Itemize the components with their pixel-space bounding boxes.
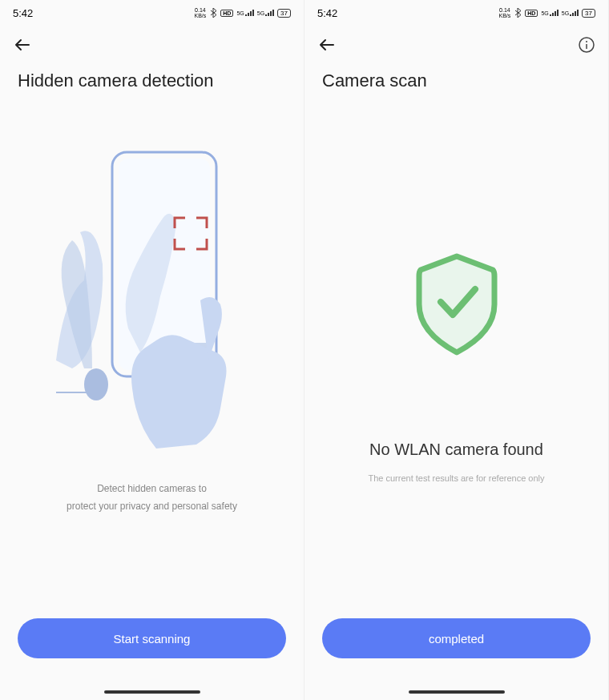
status-time: 5:42 — [13, 7, 33, 19]
status-indicators: 0.14 KB/s HD 5G 5G 37 — [194, 7, 291, 18]
page-title: Hidden camera detection — [0, 64, 304, 104]
content-area: No WLAN camera found The current test re… — [304, 104, 608, 483]
status-indicators: 0.14 KB/s HD 5G 5G 37 — [498, 7, 595, 18]
data-rate-icon: 0.14 KB/s — [498, 7, 510, 18]
home-indicator[interactable] — [409, 690, 505, 694]
phone-scan-illustration: 02:36 — [16, 136, 288, 449]
result-title: No WLAN camera found — [369, 441, 543, 459]
nav-bar — [304, 26, 608, 64]
shield-check-icon — [321, 200, 592, 408]
description-text: Detect hidden cameras to protect your pr… — [67, 481, 237, 515]
completed-button[interactable]: completed — [322, 618, 591, 658]
status-time: 5:42 — [317, 7, 337, 19]
info-icon[interactable] — [578, 36, 595, 54]
screen-hidden-camera-detection: 5:42 0.14 KB/s HD 5G 5G 37 H — [0, 0, 304, 700]
signal-5g-1-icon: 5G — [541, 9, 558, 17]
svg-point-0 — [84, 368, 108, 400]
desc-line-2: protect your privacy and personal safety — [67, 498, 237, 516]
signal-5g-2-icon: 5G — [562, 9, 579, 17]
bluetooth-icon — [209, 8, 217, 18]
content-area: 02:36 Detect hidden cameras to protect y… — [0, 104, 304, 515]
status-bar: 5:42 0.14 KB/s HD 5G 5G 37 — [0, 0, 304, 26]
bluetooth-icon — [514, 8, 522, 18]
screen-camera-scan-result: 5:42 0.14 KB/s HD 5G 5G 37 — [304, 0, 609, 700]
back-icon[interactable] — [13, 35, 32, 54]
result-subtitle: The current test results are for referen… — [368, 473, 544, 483]
signal-5g-2-icon: 5G — [257, 9, 274, 17]
battery-icon: 37 — [582, 9, 595, 18]
home-indicator[interactable] — [104, 690, 200, 694]
svg-point-6 — [586, 41, 587, 42]
data-rate-icon: 0.14 KB/s — [194, 7, 206, 18]
hd-badge-icon: HD — [525, 10, 538, 17]
desc-line-1: Detect hidden cameras to — [67, 481, 237, 498]
start-scanning-button[interactable]: Start scanning — [18, 618, 286, 658]
page-title: Camera scan — [304, 64, 608, 104]
status-bar: 5:42 0.14 KB/s HD 5G 5G 37 — [304, 0, 608, 26]
hd-badge-icon: HD — [220, 10, 233, 17]
nav-bar — [0, 26, 304, 64]
battery-icon: 37 — [277, 9, 291, 18]
signal-5g-1-icon: 5G — [236, 9, 253, 17]
back-icon[interactable] — [317, 35, 337, 54]
